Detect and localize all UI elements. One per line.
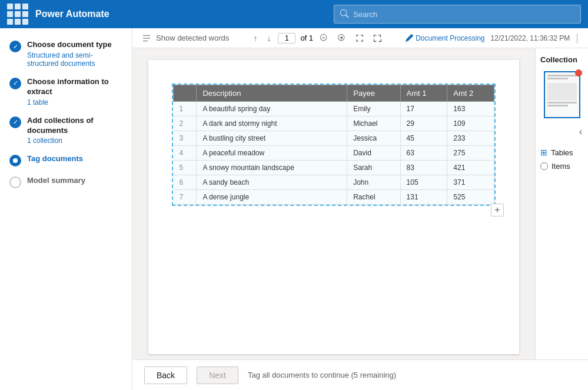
row-cell: 17: [400, 102, 447, 116]
show-words-icon: [142, 34, 151, 43]
table-row: 2A dark and stormy nightMichael29109: [174, 116, 494, 131]
row-cell: John: [347, 175, 400, 190]
step3-check: ✓: [13, 118, 18, 126]
show-words-label: Show detected words: [156, 34, 229, 42]
sidebar-step-2: ✓ Choose information to extract 1 table: [9, 77, 122, 106]
step4-content: Tag documents: [27, 154, 122, 164]
col-header-description: Description: [197, 85, 347, 102]
row-num: 4: [174, 146, 197, 161]
app-grid-icon[interactable]: [7, 4, 28, 25]
step2-title: Choose information to extract: [27, 77, 122, 97]
page-number-input[interactable]: [278, 33, 295, 44]
panel-options: ⊞ Tables Items: [540, 148, 583, 171]
step3-subtitle[interactable]: 1 collection: [27, 136, 122, 145]
col-header-amt2: Amt 2: [447, 85, 494, 102]
divider: |: [576, 32, 579, 44]
row-cell: Sarah: [347, 161, 400, 175]
search-bar[interactable]: [334, 5, 581, 24]
document-viewer[interactable]: Description Payee Amt 1 Amt 2 1A beautif…: [132, 48, 535, 359]
row-cell: A sandy beach: [197, 175, 347, 190]
step5-indicator: [9, 176, 21, 188]
tables-option[interactable]: ⊞ Tables: [540, 148, 583, 157]
items-label: Items: [552, 162, 570, 171]
doc-date-label: 12/21/2022, 11:36:32 PM: [491, 34, 570, 42]
row-cell: 105: [400, 175, 447, 190]
row-cell: 131: [400, 190, 447, 205]
items-radio[interactable]: [540, 162, 548, 170]
collection-title: Collection: [540, 55, 583, 64]
top-navigation: Power Automate: [0, 0, 588, 28]
step3-content: Add collections of documents 1 collectio…: [27, 116, 122, 145]
row-num: 5: [174, 161, 197, 175]
sidebar-step-1: ✓ Choose document type Structured and se…: [9, 40, 122, 68]
page-up-button[interactable]: ↑: [251, 32, 260, 44]
row-cell: 525: [447, 190, 494, 205]
row-num: 2: [174, 116, 197, 131]
step2-subtitle[interactable]: 1 table: [27, 98, 122, 106]
row-cell: 233: [447, 131, 494, 146]
search-icon: [340, 9, 348, 19]
table-row: 6A sandy beachJohn105371: [174, 175, 494, 190]
thumb-line-1: [547, 75, 577, 76]
row-num: 6: [174, 175, 197, 190]
doc-thumbnail[interactable]: [544, 71, 580, 118]
page-total-label: of 1: [300, 34, 313, 42]
doc-viewer-wrapper: Description Payee Amt 1 Amt 2 1A beautif…: [132, 48, 588, 359]
panel-collapse-button[interactable]: ‹: [540, 125, 583, 138]
zoom-in-button[interactable]: [335, 33, 348, 44]
search-input[interactable]: [353, 10, 574, 19]
sidebar-step-4: Tag documents: [9, 154, 122, 166]
fullscreen-button[interactable]: [371, 33, 384, 44]
app-logo: Power Automate: [35, 9, 109, 19]
zoom-out-button[interactable]: [318, 33, 331, 44]
show-words-button[interactable]: Show detected words: [142, 34, 229, 43]
row-cell: A dense jungle: [197, 190, 347, 205]
bottom-bar: Back Next Tag all documents to continue …: [132, 359, 588, 390]
step2-content: Choose information to extract 1 table: [27, 77, 122, 106]
row-cell: A dark and stormy night: [197, 116, 347, 131]
table-row: 4A peaceful meadowDavid63275: [174, 146, 494, 161]
document-page: Description Payee Amt 1 Amt 2 1A beautif…: [148, 60, 519, 354]
add-row-button[interactable]: +: [491, 204, 504, 216]
step1-title: Choose document type: [27, 40, 122, 50]
row-cell: David: [347, 146, 400, 161]
page-down-button[interactable]: ↓: [264, 32, 273, 44]
row-cell: 371: [447, 175, 494, 190]
fit-page-button[interactable]: [353, 33, 366, 44]
row-cell: 45: [400, 131, 447, 146]
step2-check: ✓: [13, 79, 18, 87]
sidebar: ✓ Choose document type Structured and se…: [0, 28, 132, 390]
step4-indicator: [9, 155, 21, 166]
table-row: 7A dense jungleRachel131525: [174, 190, 494, 205]
thumb-line-2: [547, 78, 568, 79]
step5-content: Model summary: [27, 176, 122, 186]
thumb-line-3: [547, 102, 577, 104]
next-button[interactable]: Next: [197, 366, 238, 384]
bottom-message: Tag all documents to continue (5 remaini…: [248, 371, 396, 379]
row-cell: A snowy mountain landscape: [197, 161, 347, 175]
row-cell: Emily: [347, 102, 400, 116]
step4-dot: [13, 158, 18, 163]
toolbar-center: ↑ ↓ of 1: [251, 32, 384, 44]
step1-check: ✓: [13, 43, 18, 51]
step1-indicator: ✓: [9, 41, 21, 52]
back-button[interactable]: Back: [144, 366, 187, 384]
row-cell: Michael: [347, 116, 400, 131]
col-header-amt1: Amt 1: [400, 85, 447, 102]
step2-indicator: ✓: [9, 78, 21, 89]
step1-subtitle[interactable]: Structured and semi-structured documents: [27, 51, 122, 68]
step3-title: Add collections of documents: [27, 116, 122, 136]
table-row: 3A bustling city streetJessica45233: [174, 131, 494, 146]
row-num: 7: [174, 190, 197, 205]
row-cell: 421: [447, 161, 494, 175]
thumb-table-preview: [547, 83, 577, 101]
thumb-line-4: [547, 105, 568, 106]
row-num: 3: [174, 131, 197, 146]
table-row: 5A snowy mountain landscapeSarah83421: [174, 161, 494, 175]
items-option[interactable]: Items: [540, 162, 583, 171]
row-cell: A bustling city street: [197, 131, 347, 146]
toolbar-right: Document Processing 12/21/2022, 11:36:32…: [406, 32, 579, 44]
row-cell: 109: [447, 116, 494, 131]
row-cell: 163: [447, 102, 494, 116]
edit-badge: Document Processing: [406, 34, 484, 42]
